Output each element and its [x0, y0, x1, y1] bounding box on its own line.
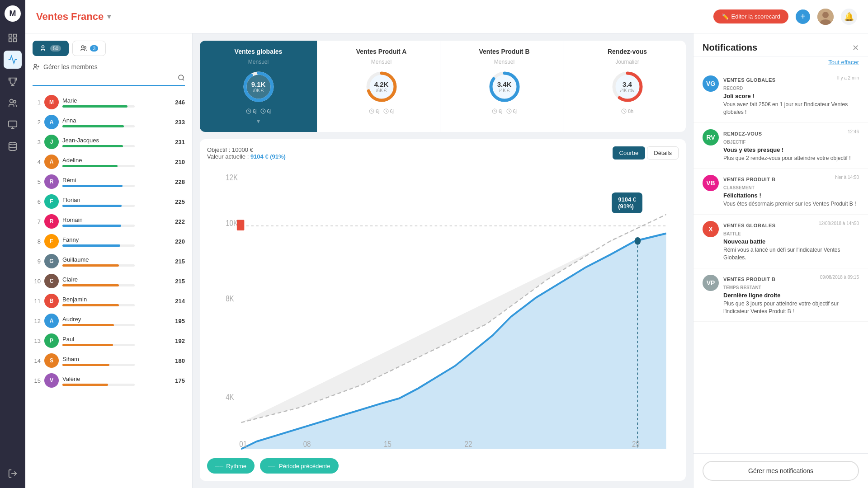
sidebar-item-team[interactable]: [4, 94, 22, 112]
edit-scorecard-button[interactable]: ✏️ Editer la scorecard: [713, 9, 788, 23]
tab-members[interactable]: 50: [33, 41, 69, 56]
member-rank: 7: [33, 218, 41, 225]
chart-btn-details[interactable]: Détails: [647, 146, 679, 160]
list-item[interactable]: 12 A Audrey 195: [33, 312, 185, 330]
chart-svg: 12K 10K 8K 4K: [207, 165, 679, 453]
list-item[interactable]: 11 B Benjamin 214: [33, 292, 185, 310]
list-item[interactable]: 7 R Romain 222: [33, 212, 185, 230]
avatar[interactable]: [817, 9, 834, 25]
kpi-meta: 6j 6j: [246, 108, 271, 114]
list-item[interactable]: VB VENTES PRODUIT B CLASSEMENT hier à 14…: [693, 169, 868, 215]
title-text: Ventes France: [36, 11, 104, 23]
kpi-circle: 3.4 /4K rdv: [609, 69, 646, 105]
member-rank: 12: [33, 318, 41, 324]
svg-text:08: 08: [303, 439, 311, 449]
svg-rect-3: [14, 39, 16, 42]
kpi-circle: 3.4K /4K €: [486, 69, 523, 105]
list-item[interactable]: 5 R Rémi 228: [33, 173, 185, 191]
list-item[interactable]: 3 J Jean-Jacques 231: [33, 133, 185, 151]
kpi-meta-item2: 6j: [506, 108, 517, 114]
list-item[interactable]: 4 A Adeline 210: [33, 153, 185, 171]
tab-groups[interactable]: 3: [72, 41, 106, 56]
avatar: A: [44, 115, 59, 129]
kpi-values: 3.4K /4K €: [497, 80, 512, 93]
member-bar-bg: [62, 384, 135, 386]
notif-category-label: VENTES PRODUIT B: [723, 177, 776, 182]
member-name: Paul: [62, 336, 167, 343]
list-item[interactable]: VG VENTES GLOBALES RECORD Il y a 2 min J…: [693, 69, 868, 123]
manage-members-link[interactable]: Gérer les membres: [33, 63, 185, 70]
member-name: Marie: [62, 97, 167, 104]
svg-text:29: 29: [632, 439, 640, 449]
svg-text:8K: 8K: [226, 294, 234, 304]
list-item[interactable]: 13 P Paul 192: [33, 332, 185, 350]
sidebar-item-trophy[interactable]: [4, 72, 22, 90]
notif-item-title: Nouveau battle: [723, 238, 859, 245]
legend-periode-btn[interactable]: — Période précédente: [260, 458, 338, 474]
list-item[interactable]: 1 M Marie 246: [33, 93, 185, 111]
groups-badge: 3: [90, 45, 98, 52]
search-icon[interactable]: [178, 74, 185, 83]
notifications-bell[interactable]: 🔔: [841, 9, 857, 25]
edit-icon: ✏️: [722, 13, 729, 20]
add-button[interactable]: +: [796, 9, 810, 24]
kpi-meta-item1: 6j: [369, 108, 380, 114]
kpi-card-ventes_produit_b[interactable]: Ventes Produit B Mensuel 3.4K /4K € 6j 6…: [446, 41, 563, 132]
list-item[interactable]: 6 F Florian 225: [33, 192, 185, 211]
member-score: 180: [170, 357, 185, 364]
member-bar-bg: [62, 165, 135, 167]
sidebar-item-monitor[interactable]: [4, 116, 22, 134]
chart-objectif: Objectif : 10000 €: [207, 146, 286, 153]
member-rank: 1: [33, 99, 41, 106]
kpi-card-ventes_globales[interactable]: Ventes globales Mensuel 9.1K /0K € 6j 6j…: [200, 41, 317, 132]
notif-type-label: CLASSEMENT: [723, 185, 755, 190]
member-bar-bg: [62, 185, 135, 187]
list-item[interactable]: 14 S Siham 180: [33, 352, 185, 370]
list-item[interactable]: VP VENTES PRODUIT B TEMPS RESTANT 09/08/…: [693, 268, 868, 322]
notif-type-label: OBJECTIF: [723, 140, 745, 145]
sidebar-item-chart[interactable]: [4, 51, 22, 69]
sidebar-item-dashboard[interactable]: [4, 29, 22, 47]
notif-icon: VP: [703, 275, 719, 291]
svg-rect-44: [237, 220, 244, 230]
close-notifications-button[interactable]: ✕: [852, 43, 859, 53]
sidebar-item-database[interactable]: [4, 137, 22, 155]
list-item[interactable]: X VENTES GLOBALES BATTLE 12/08/2018 à 14…: [693, 215, 868, 268]
chart-valeur: Valeur actuelle : 9104 € (91%): [207, 153, 286, 160]
legend-rythme-label: Rythme: [226, 463, 246, 469]
list-item[interactable]: 9 G Guillaume 215: [33, 252, 185, 270]
list-item[interactable]: 15 V Valérie 175: [33, 371, 185, 389]
svg-point-17: [82, 46, 84, 48]
chart-btn-courbe[interactable]: Courbe: [613, 146, 646, 160]
search-input[interactable]: [33, 75, 178, 82]
content: 50 3 Gérer les membres: [25, 33, 868, 488]
list-item[interactable]: 8 F Fanny 220: [33, 232, 185, 250]
manage-notifications-button[interactable]: Gérer mes notifications: [703, 461, 859, 481]
svg-point-11: [9, 142, 17, 145]
kpi-card-rendez_vous[interactable]: Rendez-vous Journalier 3.4 /4K rdv 8h: [569, 41, 686, 132]
page-title: Ventes France ▾: [36, 11, 111, 23]
members-badge: 50: [50, 45, 61, 52]
member-bar: [62, 344, 113, 346]
legend-rythme-btn[interactable]: – – Rythme: [207, 458, 255, 474]
kpi-meta-item1: 8h: [621, 108, 633, 114]
member-name: Florian: [62, 197, 167, 203]
edit-scorecard-label: Editer la scorecard: [731, 13, 780, 20]
list-item[interactable]: 2 A Anna 233: [33, 113, 185, 131]
chevron-down-icon[interactable]: ▾: [107, 12, 111, 21]
list-item[interactable]: RV RENDEZ-VOUS OBJECTIF 12:46 Vous y ête…: [693, 123, 868, 169]
chart-wrapper: 12K 10K 8K 4K: [207, 165, 679, 453]
kpi-meta: 6j 6j: [492, 108, 517, 114]
list-item[interactable]: 10 C Claire 215: [33, 272, 185, 290]
avatar: A: [44, 155, 59, 169]
svg-point-19: [34, 64, 36, 66]
member-name: Romain: [62, 216, 167, 223]
app-logo[interactable]: M: [5, 5, 21, 22]
chart-header: Objectif : 10000 € Valeur actuelle : 910…: [207, 146, 679, 160]
member-name: Adeline: [62, 157, 167, 164]
svg-point-6: [10, 99, 13, 103]
clear-all-link[interactable]: Tout effacer: [693, 57, 868, 69]
member-score: 214: [170, 298, 185, 305]
sidebar-item-logout[interactable]: [4, 465, 22, 483]
kpi-card-ventes_produit_a[interactable]: Ventes Produit A Mensuel 4.2K /6K € 6j 6…: [323, 41, 440, 132]
